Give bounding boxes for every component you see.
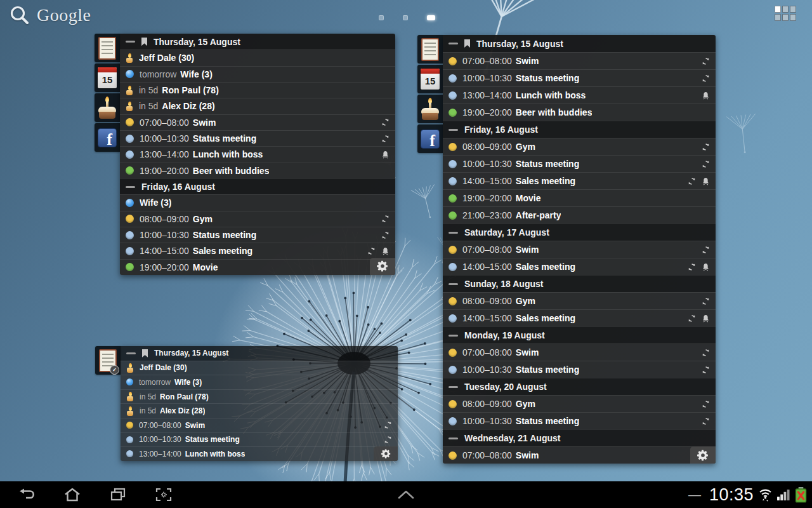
home-button[interactable] bbox=[49, 481, 95, 508]
birthday-row[interactable]: in 5dRon Paul (78) bbox=[121, 389, 398, 404]
event-row[interactable]: 10:00–10:30Status meeting bbox=[120, 130, 395, 146]
agenda-task-shortcut-button[interactable]: ✓ bbox=[95, 346, 121, 375]
birthday-row[interactable]: Jeff Dale (30) bbox=[120, 50, 395, 65]
reminder-bell-icon bbox=[702, 314, 710, 323]
sync-icon bbox=[688, 177, 696, 185]
settings-gear-button[interactable] bbox=[374, 446, 398, 461]
event-row[interactable]: 08:00–09:00Gym bbox=[443, 395, 716, 412]
sync-icon bbox=[702, 366, 710, 374]
bookmark-icon bbox=[141, 37, 147, 46]
event-row[interactable]: 08:00–09:00Gym bbox=[120, 211, 395, 227]
birthday-name: Ron Paul (78) bbox=[160, 392, 209, 401]
agenda-shortcut-button[interactable] bbox=[417, 35, 443, 64]
birthday-row[interactable]: in 5dRon Paul (78) bbox=[120, 82, 395, 98]
back-icon bbox=[17, 486, 36, 503]
screenshot-button[interactable] bbox=[141, 481, 187, 508]
event-row[interactable]: 13:00–14:00Lunch with boss bbox=[121, 446, 398, 461]
birthday-cake-shortcut-button[interactable] bbox=[95, 93, 120, 122]
date-header-row[interactable]: Monday, 19 August bbox=[443, 326, 716, 344]
sync-icon bbox=[381, 135, 390, 143]
event-title: Movie bbox=[516, 193, 541, 203]
facebook-shortcut-button[interactable]: f bbox=[417, 124, 443, 153]
event-row[interactable]: 07:00–08:00Swim bbox=[443, 344, 716, 361]
date-header-row[interactable]: Wednesday, 21 August bbox=[443, 429, 716, 446]
agenda-shortcut-button[interactable] bbox=[95, 34, 120, 62]
event-row[interactable]: 19:00–20:00Movie bbox=[443, 189, 716, 206]
date-header-row[interactable]: Thursday, 15 August bbox=[443, 35, 716, 52]
event-row[interactable]: 10:00–10:30Status meeting bbox=[443, 155, 716, 172]
apps-grid-button[interactable] bbox=[775, 6, 796, 21]
back-button[interactable] bbox=[4, 481, 49, 508]
event-row[interactable]: 10:00–10:30Status meeting bbox=[443, 412, 716, 429]
birthday-row[interactable]: Wife (3) bbox=[120, 194, 395, 210]
event-row[interactable]: 13:00–14:00Lunch with boss bbox=[120, 146, 395, 162]
sync-icon bbox=[384, 421, 392, 429]
birthday-row[interactable]: Jeff Dale (30) bbox=[121, 361, 398, 375]
date-header-row[interactable]: Tuesday, 20 August bbox=[443, 378, 716, 395]
date-header-row[interactable]: Thursday, 15 August bbox=[120, 34, 395, 50]
birthday-row[interactable]: tomorrowWife (3) bbox=[121, 375, 398, 389]
event-row[interactable]: 14:00–15:00Sales meeting bbox=[443, 172, 716, 189]
event-time: 07:00–08:00 bbox=[462, 244, 512, 255]
event-row[interactable]: 19:00–20:00Beer with buddies bbox=[443, 104, 716, 121]
event-row[interactable]: 10:00–10:30Status meeting bbox=[443, 361, 716, 378]
page-dot-2[interactable] bbox=[403, 15, 408, 20]
date-header-row[interactable]: Sunday, 18 August bbox=[443, 275, 716, 292]
birthday-cake-shortcut-button[interactable] bbox=[417, 95, 443, 123]
event-row[interactable]: 07:00–08:00Swim bbox=[443, 446, 716, 464]
event-row[interactable]: 10:00–10:30Status meeting bbox=[121, 432, 398, 447]
date-label: Thursday, 15 August bbox=[476, 39, 563, 49]
event-row[interactable]: 14:00–15:00Sales meeting bbox=[120, 243, 395, 258]
screenshot-icon bbox=[154, 486, 173, 503]
event-row[interactable]: 08:00–09:00Gym bbox=[443, 138, 716, 155]
birthday-row[interactable]: in 5dAlex Diz (28) bbox=[121, 403, 398, 418]
birthday-name: Jeff Dale (30) bbox=[140, 363, 187, 372]
event-row[interactable]: 14:00–15:00Sales meeting bbox=[443, 309, 716, 326]
date-header-row[interactable]: Friday, 16 August bbox=[120, 178, 395, 194]
bookmark-icon bbox=[464, 39, 470, 48]
event-row[interactable]: 10:00–10:30Status meeting bbox=[443, 69, 716, 86]
calendar-day-number: 15 bbox=[98, 72, 117, 87]
event-row[interactable]: 13:00–14:00Lunch with boss bbox=[443, 86, 716, 104]
settings-gear-button[interactable] bbox=[370, 258, 395, 275]
recents-button[interactable] bbox=[95, 481, 141, 508]
date-header-row[interactable]: Friday, 16 August bbox=[443, 121, 716, 138]
event-time: 14:00–15:00 bbox=[140, 246, 189, 256]
date-header-row[interactable]: Saturday, 17 August bbox=[443, 224, 716, 241]
date-label: Thursday, 15 August bbox=[154, 37, 240, 47]
calendar-shortcut-button[interactable]: 15 bbox=[417, 65, 443, 93]
settings-gear-button[interactable] bbox=[690, 446, 716, 464]
birthday-cake-icon bbox=[98, 97, 117, 119]
event-row[interactable]: 21:00–23:00After-party bbox=[443, 206, 716, 224]
date-label: Saturday, 17 August bbox=[464, 227, 549, 237]
birthday-row[interactable]: tomorrowWife (3) bbox=[120, 66, 395, 82]
event-time: 07:00–08:00 bbox=[139, 421, 181, 430]
home-page-indicator[interactable] bbox=[379, 15, 435, 20]
event-row[interactable]: 19:00–20:00Beer with buddies bbox=[120, 163, 395, 178]
event-row[interactable]: 10:00–10:30Status meeting bbox=[120, 227, 395, 243]
google-search-widget[interactable]: Google bbox=[8, 3, 91, 27]
event-row[interactable]: 07:00–08:00Swim bbox=[121, 418, 398, 432]
event-title: Swim bbox=[193, 117, 216, 128]
event-row[interactable]: 08:00–09:00Gym bbox=[443, 292, 716, 309]
page-dot-1[interactable] bbox=[379, 15, 384, 20]
event-row[interactable]: 07:00–08:00Swim bbox=[443, 241, 716, 258]
event-row[interactable]: 14:00–15:00Sales meeting bbox=[443, 258, 716, 275]
date-header-row[interactable]: Thursday, 15 August bbox=[121, 346, 398, 361]
birthday-row[interactable]: in 5dAlex Diz (28) bbox=[120, 98, 395, 114]
event-row[interactable]: 19:00–20:00Movie bbox=[120, 259, 395, 275]
page-dot-3[interactable] bbox=[427, 15, 435, 20]
event-title: Swim bbox=[516, 347, 539, 358]
calendar-widget-top-left: 15f Thursday, 15 AugustJeff Dale (30)tom… bbox=[95, 34, 395, 275]
event-row[interactable]: 07:00–08:00Swim bbox=[120, 114, 395, 130]
calendar-shortcut-button[interactable]: 15 bbox=[95, 64, 120, 92]
facebook-shortcut-button[interactable]: f bbox=[95, 123, 120, 152]
panel-expand-button[interactable] bbox=[384, 481, 428, 508]
event-color-dot bbox=[449, 263, 457, 271]
event-row[interactable]: 07:00–08:00Swim bbox=[443, 52, 716, 69]
status-tray[interactable]: — 10:35 bbox=[688, 481, 808, 508]
event-time: 13:00–14:00 bbox=[140, 149, 189, 159]
event-color-dot bbox=[126, 450, 133, 457]
event-title: Beer with buddies bbox=[193, 166, 270, 176]
event-color-dot bbox=[449, 349, 457, 357]
